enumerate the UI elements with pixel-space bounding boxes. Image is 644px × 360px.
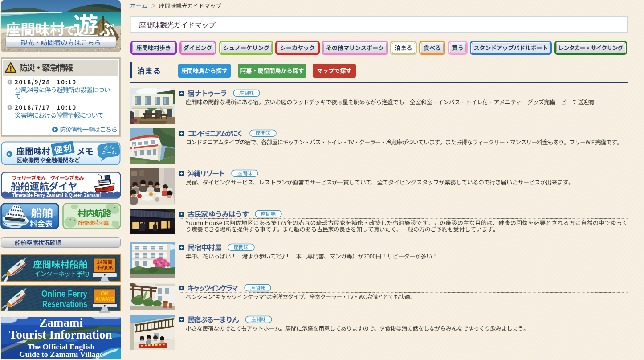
svg-text:ALWAYS: ALWAYS (95, 296, 114, 303)
svg-text:Guide to Zamami Village: Guide to Zamami Village (19, 350, 103, 359)
svg-text:OK: OK (101, 290, 109, 297)
svg-text:Online Ferry: Online Ferry (41, 288, 87, 299)
svg-text:Reservations: Reservations (42, 299, 87, 309)
svg-text:Zamami: Zamami (39, 316, 83, 329)
svg-text:Tourist Information: Tourist Information (9, 328, 112, 341)
svg-text:Timetable Ferry Zamami & Queen: Timetable Ferry Zamami & Queen Zamami (12, 192, 101, 198)
